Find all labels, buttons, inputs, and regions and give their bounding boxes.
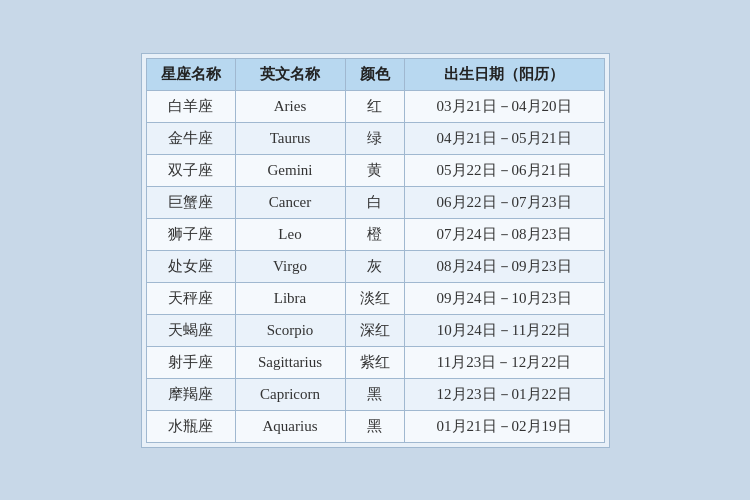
cell-color: 橙 <box>345 218 404 250</box>
cell-date: 05月22日－06月21日 <box>404 154 604 186</box>
cell-en: Gemini <box>235 154 345 186</box>
cell-en: Libra <box>235 282 345 314</box>
cell-color: 黑 <box>345 378 404 410</box>
cell-date: 10月24日－11月22日 <box>404 314 604 346</box>
cell-en: Aries <box>235 90 345 122</box>
cell-cn: 天秤座 <box>146 282 235 314</box>
table-row: 金牛座Taurus绿04月21日－05月21日 <box>146 122 604 154</box>
cell-cn: 双子座 <box>146 154 235 186</box>
cell-date: 09月24日－10月23日 <box>404 282 604 314</box>
cell-date: 07月24日－08月23日 <box>404 218 604 250</box>
header-color: 颜色 <box>345 58 404 90</box>
cell-en: Sagittarius <box>235 346 345 378</box>
cell-date: 03月21日－04月20日 <box>404 90 604 122</box>
cell-date: 04月21日－05月21日 <box>404 122 604 154</box>
cell-color: 黄 <box>345 154 404 186</box>
cell-color: 淡红 <box>345 282 404 314</box>
cell-date: 01月21日－02月19日 <box>404 410 604 442</box>
zodiac-table: 星座名称 英文名称 颜色 出生日期（阳历） 白羊座Aries红03月21日－04… <box>146 58 605 443</box>
cell-cn: 射手座 <box>146 346 235 378</box>
cell-cn: 天蝎座 <box>146 314 235 346</box>
table-row: 处女座Virgo灰08月24日－09月23日 <box>146 250 604 282</box>
cell-en: Scorpio <box>235 314 345 346</box>
table-body: 白羊座Aries红03月21日－04月20日金牛座Taurus绿04月21日－0… <box>146 90 604 442</box>
cell-en: Capricorn <box>235 378 345 410</box>
table-row: 双子座Gemini黄05月22日－06月21日 <box>146 154 604 186</box>
header-date: 出生日期（阳历） <box>404 58 604 90</box>
table-row: 狮子座Leo橙07月24日－08月23日 <box>146 218 604 250</box>
cell-color: 白 <box>345 186 404 218</box>
cell-color: 红 <box>345 90 404 122</box>
zodiac-table-container: 星座名称 英文名称 颜色 出生日期（阳历） 白羊座Aries红03月21日－04… <box>141 53 610 448</box>
table-row: 天秤座Libra淡红09月24日－10月23日 <box>146 282 604 314</box>
cell-color: 紫红 <box>345 346 404 378</box>
table-row: 巨蟹座Cancer白06月22日－07月23日 <box>146 186 604 218</box>
cell-color: 深红 <box>345 314 404 346</box>
table-row: 水瓶座Aquarius黑01月21日－02月19日 <box>146 410 604 442</box>
header-cn: 星座名称 <box>146 58 235 90</box>
cell-date: 06月22日－07月23日 <box>404 186 604 218</box>
cell-color: 灰 <box>345 250 404 282</box>
table-header-row: 星座名称 英文名称 颜色 出生日期（阳历） <box>146 58 604 90</box>
cell-color: 黑 <box>345 410 404 442</box>
cell-cn: 狮子座 <box>146 218 235 250</box>
cell-en: Virgo <box>235 250 345 282</box>
header-en: 英文名称 <box>235 58 345 90</box>
cell-en: Leo <box>235 218 345 250</box>
cell-color: 绿 <box>345 122 404 154</box>
cell-date: 11月23日－12月22日 <box>404 346 604 378</box>
table-row: 天蝎座Scorpio深红10月24日－11月22日 <box>146 314 604 346</box>
cell-cn: 摩羯座 <box>146 378 235 410</box>
cell-en: Aquarius <box>235 410 345 442</box>
cell-en: Taurus <box>235 122 345 154</box>
cell-cn: 巨蟹座 <box>146 186 235 218</box>
cell-en: Cancer <box>235 186 345 218</box>
table-row: 射手座Sagittarius紫红11月23日－12月22日 <box>146 346 604 378</box>
cell-date: 08月24日－09月23日 <box>404 250 604 282</box>
cell-date: 12月23日－01月22日 <box>404 378 604 410</box>
cell-cn: 白羊座 <box>146 90 235 122</box>
cell-cn: 水瓶座 <box>146 410 235 442</box>
cell-cn: 处女座 <box>146 250 235 282</box>
cell-cn: 金牛座 <box>146 122 235 154</box>
table-row: 摩羯座Capricorn黑12月23日－01月22日 <box>146 378 604 410</box>
table-row: 白羊座Aries红03月21日－04月20日 <box>146 90 604 122</box>
